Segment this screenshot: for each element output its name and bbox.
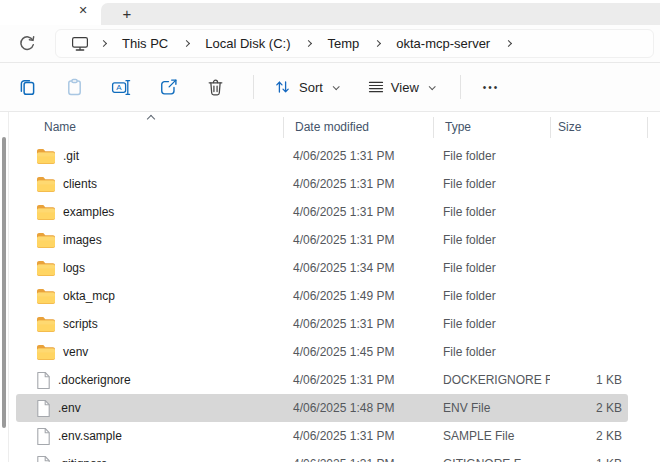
folder-icon (36, 260, 56, 276)
file-type: File folder (433, 345, 550, 359)
breadcrumb-item-local-disk-c[interactable]: Local Disk (C:) (194, 32, 301, 55)
file-type: File folder (433, 289, 550, 303)
chevron-right-icon (100, 40, 107, 47)
file-name: images (63, 233, 102, 247)
file-row[interactable]: venv 4/06/2025 1:45 PM File folder (16, 338, 628, 366)
breadcrumb-item-temp[interactable]: Temp (316, 32, 370, 55)
file-date-modified: 4/06/2025 1:31 PM (283, 149, 433, 163)
column-divider[interactable] (550, 117, 551, 138)
file-row[interactable]: logs 4/06/2025 1:34 PM File folder (16, 254, 628, 282)
column-header-date-modified[interactable]: Date modified (283, 120, 433, 134)
nav-pane-scrollbar[interactable] (2, 137, 6, 428)
rename-icon: A (111, 78, 132, 97)
file-name: clients (63, 177, 97, 191)
column-divider[interactable] (647, 117, 648, 138)
paste-icon (65, 78, 84, 97)
chevron-right-icon (305, 40, 312, 47)
copy-button[interactable] (14, 73, 40, 101)
view-button[interactable]: View (360, 75, 442, 100)
file-type: File folder (433, 205, 550, 219)
column-divider[interactable] (433, 117, 434, 138)
folder-icon (36, 176, 56, 192)
breadcrumb-item-this-pc[interactable]: This PC (111, 32, 179, 55)
file-date-modified: 4/06/2025 1:31 PM (283, 317, 433, 331)
folder-icon (36, 148, 56, 164)
address-bar[interactable]: This PC Local Disk (C:) Temp okta-mcp-se… (55, 29, 654, 58)
folder-icon (36, 288, 56, 304)
view-lines-icon (368, 80, 384, 94)
share-icon (159, 78, 178, 97)
file-icon (36, 455, 51, 463)
file-row[interactable]: .env 4/06/2025 1:48 PM ENV File 2 KB (16, 394, 628, 422)
file-date-modified: 4/06/2025 1:31 PM (283, 205, 433, 219)
file-name: .gitignore (58, 457, 107, 462)
paste-button[interactable] (61, 73, 87, 101)
file-icon (36, 371, 51, 390)
file-name: scripts (63, 317, 98, 331)
file-date-modified: 4/06/2025 1:31 PM (283, 457, 433, 462)
chevron-right-icon (183, 40, 190, 47)
file-name: .dockerignore (58, 373, 131, 387)
file-icon (36, 399, 51, 418)
chevron-right-icon (505, 40, 512, 47)
file-date-modified: 4/06/2025 1:34 PM (283, 261, 433, 275)
file-type: GITIGNORE F... (433, 457, 550, 462)
breadcrumb-item-okta-mcp-server[interactable]: okta-mcp-server (385, 32, 501, 55)
file-row[interactable]: .env.sample 4/06/2025 1:31 PM SAMPLE Fil… (16, 422, 628, 450)
column-header-row: Name Date modified Type Size (16, 112, 628, 142)
file-row[interactable]: images 4/06/2025 1:31 PM File folder (16, 226, 628, 254)
svg-text:A: A (116, 83, 122, 92)
column-divider[interactable] (283, 117, 284, 138)
column-header-type[interactable]: Type (433, 120, 550, 134)
file-date-modified: 4/06/2025 1:49 PM (283, 289, 433, 303)
see-more-button[interactable]: ••• (475, 76, 508, 99)
folder-icon (36, 316, 56, 332)
command-toolbar: A Sort (0, 63, 660, 112)
trash-icon (206, 78, 225, 97)
delete-button[interactable] (202, 73, 228, 101)
file-date-modified: 4/06/2025 1:48 PM (283, 401, 433, 415)
refresh-icon[interactable] (18, 35, 36, 53)
file-type: DOCKERIGNORE F... (433, 373, 550, 387)
file-row[interactable]: .gitignore 4/06/2025 1:31 PM GITIGNORE F… (16, 450, 628, 462)
file-date-modified: 4/06/2025 1:45 PM (283, 345, 433, 359)
view-label: View (391, 80, 419, 95)
file-type: File folder (433, 261, 550, 275)
folder-icon (36, 232, 56, 248)
folder-icon (36, 204, 56, 220)
file-icon (36, 427, 51, 446)
tab-close-icon[interactable]: ✕ (74, 0, 92, 20)
file-size: 2 KB (550, 429, 628, 443)
sort-arrows-icon (274, 79, 292, 95)
file-name: examples (63, 205, 114, 219)
file-name: .git (63, 149, 79, 163)
folder-icon (36, 344, 56, 360)
file-date-modified: 4/06/2025 1:31 PM (283, 373, 433, 387)
share-button[interactable] (155, 73, 181, 101)
file-row[interactable]: okta_mcp 4/06/2025 1:49 PM File folder (16, 282, 628, 310)
file-row[interactable]: .dockerignore 4/06/2025 1:31 PM DOCKERIG… (16, 366, 628, 394)
file-type: File folder (433, 149, 550, 163)
file-row[interactable]: clients 4/06/2025 1:31 PM File folder (16, 170, 628, 198)
toolbar-separator (460, 75, 461, 99)
file-name: logs (63, 261, 85, 275)
file-type: File folder (433, 177, 550, 191)
file-size: 2 KB (550, 401, 628, 415)
file-list-area: Name Date modified Type Size (0, 112, 660, 462)
file-type: SAMPLE File (433, 429, 550, 443)
file-type: File folder (433, 317, 550, 331)
chevron-down-icon (333, 83, 340, 90)
pane-divider (8, 112, 9, 462)
file-name: okta_mcp (63, 289, 115, 303)
sort-button[interactable]: Sort (266, 74, 346, 100)
file-date-modified: 4/06/2025 1:31 PM (283, 233, 433, 247)
toolbar-separator (253, 75, 254, 99)
file-row[interactable]: examples 4/06/2025 1:31 PM File folder (16, 198, 628, 226)
rename-button[interactable]: A (108, 73, 134, 101)
column-header-size[interactable]: Size (550, 120, 628, 134)
file-row[interactable]: .git 4/06/2025 1:31 PM File folder (16, 142, 628, 170)
new-tab-button[interactable]: + (117, 3, 137, 23)
file-row[interactable]: scripts 4/06/2025 1:31 PM File folder (16, 310, 628, 338)
details-view: Name Date modified Type Size (10, 112, 660, 462)
tabstrip-background: + (101, 3, 660, 25)
